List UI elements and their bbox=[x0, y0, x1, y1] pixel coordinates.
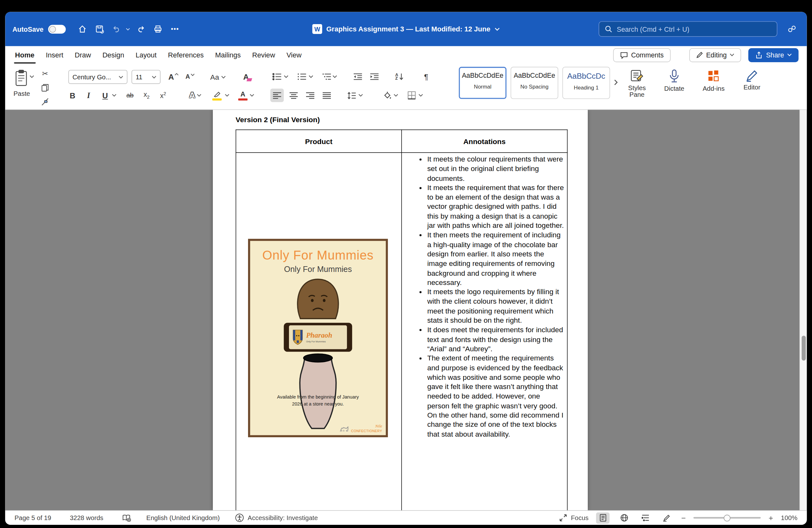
zoom-out-button[interactable]: − bbox=[681, 513, 686, 522]
document-page[interactable]: Version 2 (Final Version) Product Annota… bbox=[213, 110, 588, 510]
zoom-slider[interactable] bbox=[694, 517, 761, 518]
draft-view-button[interactable] bbox=[660, 512, 673, 524]
numbering-button[interactable] bbox=[295, 70, 309, 83]
accessibility-checker[interactable]: Accessibility: Investigate bbox=[235, 513, 318, 522]
vertical-scrollbar[interactable] bbox=[800, 110, 807, 510]
style-heading-1[interactable]: AaBbCcDc Heading 1 bbox=[562, 67, 610, 99]
share-button[interactable]: Share bbox=[749, 48, 799, 62]
undo-dropdown[interactable] bbox=[124, 21, 132, 37]
borders-button[interactable] bbox=[405, 88, 418, 102]
redo-button[interactable] bbox=[133, 21, 149, 37]
align-center-button[interactable] bbox=[287, 88, 300, 102]
highlight-button[interactable] bbox=[210, 88, 223, 102]
search-input[interactable] bbox=[617, 25, 771, 33]
underline-dropdown[interactable] bbox=[112, 94, 117, 97]
cut-button[interactable]: ✂ bbox=[38, 67, 52, 80]
document-title-group[interactable]: W Graphics Assignment 3 — Last Modified:… bbox=[313, 24, 500, 34]
zoom-level[interactable]: 100% bbox=[781, 514, 797, 521]
comments-button[interactable]: Comments bbox=[613, 48, 670, 62]
show-paragraph-marks-button[interactable]: ¶ bbox=[419, 70, 433, 83]
zoom-slider-thumb[interactable] bbox=[724, 514, 730, 521]
tab-draw[interactable]: Draw bbox=[69, 46, 97, 64]
increase-indent-button[interactable] bbox=[368, 70, 381, 83]
tab-home[interactable]: Home bbox=[9, 46, 40, 64]
tab-insert[interactable]: Insert bbox=[40, 46, 69, 64]
highlight-dropdown[interactable] bbox=[225, 94, 230, 97]
style-no-spacing[interactable]: AaBbCcDdEe No Spacing bbox=[511, 67, 558, 99]
page-indicator[interactable]: Page 5 of 19 bbox=[15, 514, 52, 521]
decrease-indent-button[interactable] bbox=[351, 70, 364, 83]
search-box[interactable] bbox=[598, 21, 777, 37]
focus-mode-button[interactable]: Focus bbox=[560, 514, 589, 522]
settings-button[interactable] bbox=[784, 21, 800, 37]
multilevel-dropdown[interactable] bbox=[332, 75, 337, 79]
save-button[interactable] bbox=[92, 21, 107, 37]
autosave-toggle[interactable] bbox=[48, 25, 66, 34]
borders-icon bbox=[408, 91, 416, 99]
styles-pane-button[interactable]: Styles Pane bbox=[622, 69, 651, 98]
zoom-in-button[interactable]: + bbox=[769, 513, 773, 522]
word-app-icon: W bbox=[313, 24, 322, 34]
editor-button[interactable]: Editor bbox=[738, 69, 766, 91]
subscript-button[interactable]: x2 bbox=[140, 88, 153, 102]
line-spacing-dropdown[interactable] bbox=[359, 94, 363, 97]
paste-button[interactable] bbox=[12, 68, 30, 88]
tab-references[interactable]: References bbox=[162, 46, 210, 64]
home-button[interactable] bbox=[74, 21, 90, 37]
dictate-button[interactable]: Dictate bbox=[660, 69, 688, 92]
outline-view-button[interactable] bbox=[639, 512, 652, 524]
borders-dropdown[interactable] bbox=[418, 94, 423, 97]
justify-button[interactable] bbox=[320, 88, 333, 102]
styles-gallery-expand[interactable] bbox=[614, 79, 618, 86]
underline-button[interactable]: U bbox=[98, 88, 112, 102]
multilevel-list-button[interactable] bbox=[320, 70, 333, 83]
shading-button[interactable] bbox=[380, 88, 393, 102]
shading-dropdown[interactable] bbox=[394, 94, 398, 97]
sort-button[interactable]: AZ bbox=[393, 70, 406, 83]
copy-button[interactable] bbox=[38, 81, 52, 94]
more-commands-button[interactable]: ••• bbox=[167, 21, 183, 37]
print-layout-view-button[interactable] bbox=[596, 512, 610, 524]
font-size-combo[interactable]: 11 bbox=[132, 70, 160, 84]
clear-formatting-button[interactable]: A bbox=[239, 70, 252, 83]
tab-review[interactable]: Review bbox=[246, 46, 281, 64]
document-canvas[interactable]: Version 2 (Final Version) Product Annota… bbox=[5, 110, 807, 510]
tab-mailings[interactable]: Mailings bbox=[209, 46, 246, 64]
editing-mode-button[interactable]: Editing bbox=[689, 48, 741, 62]
section-heading: Version 2 (Final Version) bbox=[236, 115, 320, 124]
strikethrough-button[interactable]: ab bbox=[124, 88, 137, 102]
addins-button[interactable]: Add-ins bbox=[699, 70, 728, 92]
proofing-status[interactable] bbox=[122, 514, 131, 522]
tab-design[interactable]: Design bbox=[97, 46, 130, 64]
bullets-dropdown[interactable] bbox=[284, 75, 289, 79]
line-spacing-button[interactable] bbox=[345, 88, 358, 102]
superscript-button[interactable]: x2 bbox=[156, 88, 170, 102]
numbering-dropdown[interactable] bbox=[309, 75, 314, 79]
undo-icon bbox=[112, 25, 121, 34]
font-color-button[interactable]: A bbox=[236, 88, 249, 102]
text-effects-dropdown[interactable] bbox=[197, 94, 201, 97]
shrink-font-button[interactable]: A bbox=[183, 70, 197, 83]
change-case-button[interactable]: Aa bbox=[210, 70, 226, 84]
language-indicator[interactable]: English (United Kingdom) bbox=[146, 514, 219, 521]
web-layout-view-button[interactable] bbox=[618, 512, 631, 524]
font-color-dropdown[interactable] bbox=[250, 94, 255, 97]
poster-image[interactable]: Only For Mummies Only For Mummies bbox=[248, 239, 388, 437]
scrollbar-thumb[interactable] bbox=[801, 336, 806, 360]
word-count[interactable]: 3228 words bbox=[70, 514, 103, 521]
align-right-button[interactable] bbox=[304, 88, 317, 102]
addins-icon bbox=[707, 70, 720, 82]
bold-button[interactable]: B bbox=[66, 88, 79, 102]
print-button[interactable] bbox=[150, 21, 165, 37]
bullets-button[interactable] bbox=[270, 70, 284, 83]
tab-layout[interactable]: Layout bbox=[130, 46, 162, 64]
align-left-button[interactable] bbox=[270, 88, 284, 102]
tab-view[interactable]: View bbox=[281, 46, 307, 64]
format-painter-button[interactable] bbox=[38, 95, 52, 108]
paste-dropdown[interactable] bbox=[29, 75, 34, 79]
style-normal[interactable]: AaBbCcDdEe Normal bbox=[459, 67, 507, 99]
grow-font-button[interactable]: A bbox=[167, 70, 180, 83]
undo-button[interactable] bbox=[109, 21, 124, 37]
font-name-combo[interactable]: Century Go... bbox=[69, 70, 128, 84]
italic-button[interactable]: I bbox=[82, 88, 95, 102]
